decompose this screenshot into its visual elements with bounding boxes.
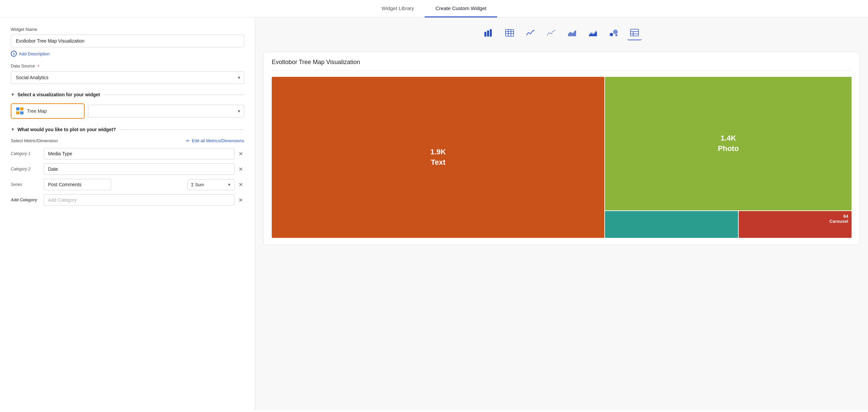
series-select-wrapper <box>44 179 185 190</box>
add-category-input[interactable] <box>44 194 235 206</box>
category-2-label: Category 2 <box>11 167 41 171</box>
category-2-row: Category 2 ✕ <box>11 163 244 175</box>
add-description-label: Add Description <box>19 52 50 56</box>
svg-point-11 <box>610 33 613 36</box>
metrics-header: Select Metric/Dimension ✏ Edit all Metri… <box>11 138 244 143</box>
viz-type-selector[interactable]: Tree Map <box>11 103 85 119</box>
line-chart-icon-button[interactable] <box>523 28 537 40</box>
widget-name-label: Widget Name <box>11 27 244 32</box>
category-2-remove-button[interactable]: ✕ <box>237 165 244 174</box>
bar-chart-icon-button[interactable] <box>482 28 496 40</box>
viz-type-label: Tree Map <box>27 108 47 114</box>
preview-card: Evoltobor Tree Map Visualization 1.9K Te… <box>264 52 860 245</box>
svg-marker-8 <box>568 31 576 36</box>
series-label: Series <box>11 182 41 187</box>
add-description-button[interactable]: + Add Description <box>11 51 50 57</box>
metrics-section-toggle[interactable]: ▼ What would you like to plot on your wi… <box>11 127 116 132</box>
svg-point-12 <box>613 30 618 34</box>
top-tabs: Widget Library Create Custom Widget <box>0 0 868 18</box>
left-panel: Widget Name + Add Description Data Sourc… <box>0 18 255 410</box>
data-source-label: Data Source • <box>11 63 244 68</box>
viz-section-header: ▼ Select a visualization for your widget <box>11 92 244 97</box>
series-row: Series Σ Sum ▾ ✕ <box>11 179 244 190</box>
area-chart-icon-button[interactable] <box>565 28 579 40</box>
right-panel: Evoltobor Tree Map Visualization 1.9K Te… <box>255 18 868 410</box>
treemap-cell-teal <box>605 211 738 238</box>
treemap-cell-photo: 1.4K Photo <box>605 77 851 210</box>
add-category-remove-button[interactable]: ✕ <box>237 196 244 205</box>
data-source-group: Data Source • Social Analytics ▾ <box>11 63 244 84</box>
treemap-bottom-row: 64 Carousel <box>605 211 851 238</box>
svg-rect-0 <box>485 32 487 37</box>
add-category-label: Add Category <box>11 198 41 202</box>
treemap-cell-photo-label: 1.4K Photo <box>718 133 739 154</box>
treemap-cell-text-label: 1.9K Text <box>430 147 446 168</box>
add-category-row: Add Category ✕ <box>11 194 244 206</box>
treemap-visualization: 1.9K Text 1.4K Photo <box>272 77 851 238</box>
category-1-label: Category 1 <box>11 151 41 156</box>
bubble-chart-icon-button[interactable] <box>607 28 621 40</box>
treemap-icon <box>16 107 24 115</box>
aggregation-select-wrapper: Σ Sum ▾ <box>187 179 235 190</box>
scatter-icon-button[interactable] <box>544 28 558 40</box>
tab-widget-library[interactable]: Widget Library <box>371 0 425 18</box>
data-source-select[interactable]: Social Analytics <box>11 71 244 84</box>
svg-rect-2 <box>490 29 492 37</box>
treemap-right-column: 1.4K Photo 64 Carousel <box>605 77 851 238</box>
metrics-section-header: ▼ What would you like to plot on your wi… <box>11 127 244 132</box>
svg-rect-1 <box>487 31 489 37</box>
plus-circle-icon: + <box>11 51 17 57</box>
category-1-row: Category 1 ✕ <box>11 148 244 159</box>
category-2-input[interactable] <box>44 163 235 175</box>
main-layout: Widget Name + Add Description Data Sourc… <box>0 18 868 410</box>
aggregation-select[interactable]: Σ Sum <box>187 179 235 190</box>
svg-rect-14 <box>630 29 639 36</box>
filled-area-icon-button[interactable] <box>586 28 600 40</box>
edit-metrics-button[interactable]: ✏ Edit all Metrics/Dimensions <box>186 138 244 143</box>
table-icon-button[interactable] <box>502 28 517 40</box>
chevron-down-icon: ▼ <box>11 92 15 97</box>
divider-line-2 <box>119 130 244 130</box>
category-1-remove-button[interactable]: ✕ <box>237 149 244 158</box>
divider-line <box>103 95 244 95</box>
chevron-down-icon: ▼ <box>11 127 15 132</box>
category-1-input[interactable] <box>44 148 235 159</box>
select-metric-label: Select Metric/Dimension <box>11 138 58 143</box>
preview-title: Evoltobor Tree Map Visualization <box>272 59 851 71</box>
treemap-cell-text: 1.9K Text <box>272 77 604 238</box>
widget-name-input[interactable] <box>11 35 244 47</box>
widget-name-group: Widget Name + Add Description <box>11 27 244 57</box>
viz-section-toggle[interactable]: ▼ Select a visualization for your widget <box>11 92 100 97</box>
viz-extra-select-wrapper: ▾ <box>88 105 244 117</box>
treemap-cell-carousel-label: 64 Carousel <box>829 214 848 224</box>
edit-metrics-label: Edit all Metrics/Dimensions <box>192 138 244 143</box>
treemap-cell-carousel: 64 Carousel <box>739 211 851 238</box>
metrics-section-label: What would you like to plot on your widg… <box>18 127 116 132</box>
pencil-icon: ✏ <box>186 138 190 143</box>
viz-section-label: Select a visualization for your widget <box>18 92 100 97</box>
svg-rect-3 <box>505 30 514 36</box>
viz-extra-select[interactable] <box>88 105 244 117</box>
series-remove-button[interactable]: ✕ <box>237 180 244 189</box>
tab-create-custom-widget[interactable]: Create Custom Widget <box>425 0 497 18</box>
series-input[interactable] <box>44 179 111 190</box>
treemap-chart-icon-button[interactable] <box>627 28 642 40</box>
svg-point-13 <box>615 34 617 36</box>
data-source-select-wrapper: Social Analytics ▾ <box>11 71 244 84</box>
chart-icons-row <box>264 24 860 44</box>
